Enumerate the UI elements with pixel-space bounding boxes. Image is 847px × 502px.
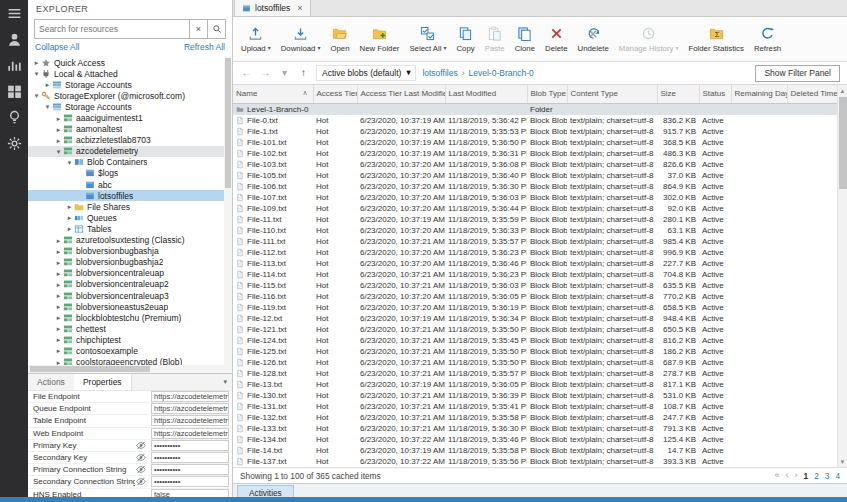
tree-item-file-shares[interactable]: ▸File Shares bbox=[28, 201, 232, 212]
table-scrollbar[interactable]: ▲ ▼ bbox=[837, 85, 847, 467]
tree-item-aaaciguimentest1[interactable]: ▸aaaciguimentest1 bbox=[28, 112, 232, 123]
reveal-value-icon[interactable] bbox=[135, 464, 149, 475]
collapse-all-link[interactable]: Collapse All bbox=[35, 42, 79, 53]
property-value[interactable]: https://azcodetelemetry.queue.c bbox=[151, 403, 229, 414]
column-header-access-tier-last-modified[interactable]: Access Tier Last Modified bbox=[357, 85, 445, 103]
feedback-icon[interactable] bbox=[6, 109, 23, 126]
row-file-116-txt[interactable]: File-116.txtHot6/23/2020, 10:37:20 AM11/… bbox=[233, 291, 837, 302]
tree-item-chettest[interactable]: ▸chettest bbox=[28, 323, 232, 334]
tree-item-queues[interactable]: ▸Queues bbox=[28, 212, 232, 223]
tree-item-chipchiptest[interactable]: ▸chipchiptest bbox=[28, 334, 232, 345]
row-file-126-txt[interactable]: File-126.txtHot6/23/2020, 10:37:21 AM11/… bbox=[233, 357, 837, 368]
column-header-last-modified[interactable]: Last Modified bbox=[445, 85, 527, 103]
tree-item-azcodetelemetry[interactable]: ▾azcodetelemetry bbox=[28, 146, 232, 157]
chevron-collapsed-icon[interactable]: ▸ bbox=[54, 336, 63, 343]
property-value[interactable]: •••••••••• bbox=[151, 452, 229, 463]
chevron-expanded-icon[interactable]: ▾ bbox=[54, 148, 63, 155]
row-file-125-txt[interactable]: File-125.txtHot6/23/2020, 10:37:21 AM11/… bbox=[233, 346, 837, 357]
tree-item-abc[interactable]: abc bbox=[28, 179, 232, 190]
download-button[interactable]: Download▾ bbox=[276, 19, 326, 60]
close-tab-icon[interactable]: × bbox=[297, 4, 302, 13]
page-4[interactable]: 4 bbox=[835, 471, 840, 481]
chevron-collapsed-icon[interactable]: ▸ bbox=[54, 248, 63, 255]
row-file-111-txt[interactable]: File-111.txtHot6/23/2020, 10:37:21 AM11/… bbox=[233, 236, 837, 247]
reveal-value-icon[interactable] bbox=[135, 440, 149, 451]
row-file-134-txt[interactable]: File-134.txtHot6/23/2020, 10:37:22 AM11/… bbox=[233, 434, 837, 445]
collapse-panel-icon[interactable]: ▾ bbox=[223, 378, 227, 386]
row-file-12-txt[interactable]: File-12.txtHot6/23/2020, 10:37:19 AM11/1… bbox=[233, 313, 837, 324]
refresh-all-link[interactable]: Refresh All bbox=[184, 42, 225, 53]
column-header-access-tier[interactable]: Access Tier bbox=[313, 85, 357, 103]
tree-item-tables[interactable]: ▸Tables bbox=[28, 223, 232, 234]
new-folder-button[interactable]: New Folder bbox=[355, 19, 405, 60]
tree-scrollbar[interactable] bbox=[224, 56, 232, 365]
row-file-113-txt[interactable]: File-113.txtHot6/23/2020, 10:37:20 AM11/… bbox=[233, 258, 837, 269]
chevron-collapsed-icon[interactable]: ▸ bbox=[54, 347, 63, 354]
tree-item-blobversioncentraleuap3[interactable]: ▸blobversioncentraleuap3 bbox=[28, 290, 232, 301]
search-icon[interactable] bbox=[208, 19, 226, 39]
property-value[interactable]: https://azcodetelemetry.z22.we bbox=[151, 428, 229, 439]
page-3[interactable]: 3 bbox=[825, 471, 830, 481]
delete-button[interactable]: Delete bbox=[540, 19, 573, 60]
activity-log-icon[interactable] bbox=[6, 57, 23, 74]
chevron-collapsed-icon[interactable]: ▸ bbox=[65, 214, 74, 221]
reveal-value-icon[interactable] bbox=[135, 476, 149, 487]
tab-lotsoffiles[interactable]: lotsoffiles × bbox=[234, 0, 311, 16]
row-file-133-txt[interactable]: File-133.txtHot6/23/2020, 10:37:21 AM11/… bbox=[233, 423, 837, 434]
tree-item-lotsoffiles[interactable]: lotsoffiles bbox=[28, 190, 232, 201]
row-file-11-txt[interactable]: File-11.txtHot6/23/2020, 10:37:19 AM11/1… bbox=[233, 214, 837, 225]
chevron-collapsed-icon[interactable]: ▸ bbox=[54, 126, 63, 133]
menu-icon[interactable] bbox=[6, 5, 23, 22]
undelete-button[interactable]: Undelete bbox=[573, 19, 614, 60]
tree-item-storage-accounts[interactable]: ▸Storage Accounts bbox=[28, 79, 232, 90]
folder-statistics-button[interactable]: ΣFolder Statistics bbox=[683, 19, 748, 60]
copy-button[interactable]: Copy bbox=[451, 19, 479, 60]
refresh-button[interactable]: Refresh bbox=[749, 19, 786, 60]
row-file-131-txt[interactable]: File-131.txtHot6/23/2020, 10:37:21 AM11/… bbox=[233, 401, 837, 412]
chevron-collapsed-icon[interactable]: ▸ bbox=[54, 314, 63, 321]
breadcrumb-lotsoffiles[interactable]: lotsoffiles bbox=[422, 68, 457, 78]
column-header-size[interactable]: Size bbox=[657, 85, 699, 103]
tree-item-blobversioncentraleuap2[interactable]: ▸blobversioncentraleuap2 bbox=[28, 279, 232, 290]
property-value[interactable]: •••••••••• bbox=[151, 464, 229, 475]
property-value[interactable]: •••••••••• bbox=[151, 476, 229, 487]
chevron-expanded-icon[interactable]: ▾ bbox=[32, 92, 41, 99]
chevron-expanded-icon[interactable]: ▾ bbox=[65, 159, 74, 166]
first-page-icon[interactable]: « bbox=[774, 471, 779, 480]
tree-hscroll-thumb[interactable] bbox=[30, 366, 150, 372]
row-file-106-txt[interactable]: File-106.txtHot6/23/2020, 10:37:20 AM11/… bbox=[233, 181, 837, 192]
previous-page-icon[interactable]: ‹ bbox=[786, 471, 789, 480]
tree-item-azuretoolsuxtesting-classic[interactable]: ▸azuretoolsuxtesting (Classic) bbox=[28, 235, 232, 246]
tree-item-blobversionbugbashja2[interactable]: ▸blobversionbugbashja2 bbox=[28, 257, 232, 268]
row-file-109-txt[interactable]: File-109.txtHot6/23/2020, 10:37:20 AM11/… bbox=[233, 203, 837, 214]
row-file-128-txt[interactable]: File-128.txtHot6/23/2020, 10:37:21 AM11/… bbox=[233, 368, 837, 379]
breadcrumb-level-0-branch-0[interactable]: Level-0-Branch-0 bbox=[469, 68, 534, 78]
row-file-130-txt[interactable]: File-130.txtHot6/23/2020, 10:37:21 AM11/… bbox=[233, 390, 837, 401]
tree-item-acbizzletestlab8703[interactable]: ▸acbizzletestlab8703 bbox=[28, 135, 232, 146]
page-2[interactable]: 2 bbox=[814, 471, 819, 481]
row-file-101-txt[interactable]: File-101.txtHot6/23/2020, 10:37:19 AM11/… bbox=[233, 137, 837, 148]
emulator-icon[interactable] bbox=[6, 83, 23, 100]
tree-item-blob-containers[interactable]: ▾Blob Containers bbox=[28, 157, 232, 168]
row-file-114-txt[interactable]: File-114.txtHot6/23/2020, 10:37:21 AM11/… bbox=[233, 269, 837, 280]
column-header-remaining-days[interactable]: Remaining Days bbox=[731, 85, 787, 103]
scroll-up-icon[interactable]: ▲ bbox=[838, 85, 847, 96]
panel-tab-actions[interactable]: Actions bbox=[28, 374, 74, 390]
show-filter-panel-button[interactable]: Show Filter Panel bbox=[755, 65, 840, 82]
chevron-collapsed-icon[interactable]: ▸ bbox=[54, 303, 63, 310]
tree-item-blobversioneastus2euap[interactable]: ▸blobversioneastus2euap bbox=[28, 301, 232, 312]
row-file-103-txt[interactable]: File-103.txtHot6/23/2020, 10:37:20 AM11/… bbox=[233, 159, 837, 170]
chevron-collapsed-icon[interactable]: ▸ bbox=[32, 59, 41, 66]
page-1[interactable]: 1 bbox=[804, 471, 809, 481]
history-dropdown-icon[interactable]: ▾ bbox=[278, 68, 291, 78]
search-input[interactable] bbox=[34, 19, 190, 39]
column-header-status[interactable]: Status bbox=[699, 85, 731, 103]
property-value[interactable]: https://azcodetelemetry.table.c bbox=[151, 415, 229, 426]
select-all-button[interactable]: Select All▾ bbox=[404, 19, 451, 60]
blob-state-selector[interactable]: Active blobs (default) ▾ bbox=[316, 65, 416, 81]
next-page-icon[interactable]: › bbox=[795, 471, 798, 480]
tree-scrollbar-thumb[interactable] bbox=[225, 58, 231, 188]
tree-item-storageexplorer-microsoft-com[interactable]: ▾StorageExplorer (@microsoft.com) bbox=[28, 90, 232, 101]
row-file-112-txt[interactable]: File-112.txtHot6/23/2020, 10:37:20 AM11/… bbox=[233, 247, 837, 258]
property-value[interactable]: https://azcodetelemetry.file.core bbox=[151, 391, 229, 402]
